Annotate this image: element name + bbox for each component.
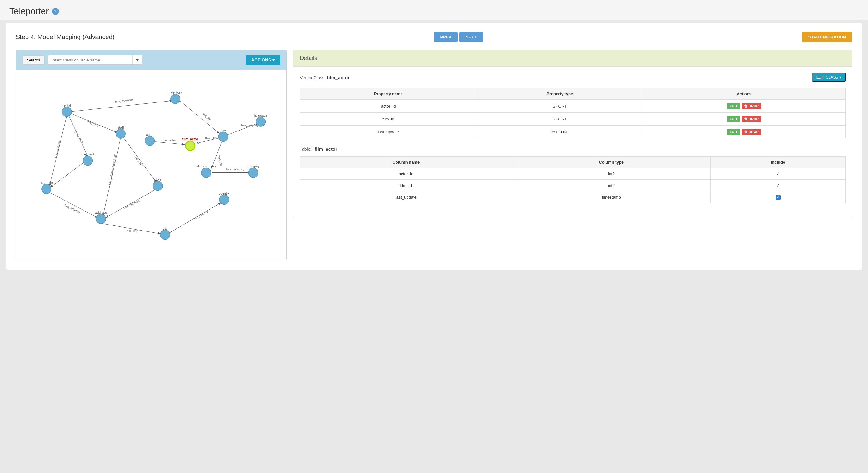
node-address[interactable] [96,214,105,224]
details-header: Details [293,50,852,66]
svg-text:film: film [221,129,226,132]
properties-table: Property name Property type Actions acto… [300,88,846,139]
property-row: last_update DATETIME EDIT 🗑 DROP [300,125,846,139]
prop-name-header: Property name [300,88,477,100]
actions-button[interactable]: ACTIONS ▾ [246,55,280,65]
svg-text:film_actor: film_actor [183,138,198,141]
search-input[interactable] [48,56,132,64]
node-language[interactable] [256,117,266,126]
details-panel: Details Vertex Class: film_actor EDIT CL… [293,50,852,218]
step-title: Step 4: Model Mapping (Advanced) [16,33,115,41]
svg-text:country: country [219,192,230,195]
node-category[interactable] [248,168,258,177]
search-dropdown-arrow[interactable]: ▼ [132,56,142,64]
search-button[interactable]: Search [22,56,45,65]
svg-text:has_country: has_country [193,210,209,220]
drop-property-button[interactable]: 🗑 DROP [742,116,761,122]
help-icon[interactable]: ? [52,8,59,15]
graph-container: Search ▼ ACTIONS ▾ [16,50,287,260]
property-type: DATETIME [477,125,643,139]
prop-type-header: Property type [477,88,643,100]
svg-text:has_city: has_city [127,229,138,232]
node-rental[interactable] [62,107,71,116]
drop-property-button[interactable]: 🗑 DROP [742,103,761,109]
column-name: film_id [300,180,512,191]
edit-class-button[interactable]: EDIT CLASS ▾ [812,73,846,82]
svg-text:has_staff: has_staff [87,119,99,127]
prev-button[interactable]: PREV [434,32,458,42]
svg-text:has_film: has_film [205,136,216,139]
column-row: actor_id int2 ✓ [300,168,846,180]
node-film-actor[interactable] [185,141,195,150]
svg-text:has_address: has_address [64,204,81,214]
column-include[interactable]: ✓ [711,180,846,191]
edit-property-button[interactable]: EDIT [727,103,740,109]
svg-text:customer: customer [40,181,54,184]
right-panel: Details Vertex Class: film_actor EDIT CL… [293,50,852,260]
node-film-category[interactable] [202,168,211,177]
vertex-class-row: Vertex Class: film_actor EDIT CLASS ▾ [300,73,846,82]
col-name-header: Column name [300,157,512,168]
svg-line-26 [49,192,97,218]
svg-text:has_actor: has_actor [163,139,176,142]
svg-text:has_staff: has_staff [134,155,144,167]
column-include[interactable]: ✓ [711,191,846,203]
edit-property-button[interactable]: EDIT [727,116,740,122]
svg-text:has_film: has_film [217,155,223,167]
property-name: last_update [300,125,477,139]
property-actions: EDIT 🗑 DROP [643,113,845,125]
property-actions: EDIT 🗑 DROP [643,100,845,113]
graph-svg: has_inventory has_staff has_customer fil… [22,76,280,253]
svg-text:category: category [247,165,260,168]
svg-text:rental: rental [63,104,71,107]
svg-text:address: address [95,211,107,214]
column-include[interactable]: ✓ [711,168,846,180]
node-store[interactable] [153,181,163,190]
column-type: int2 [512,180,711,191]
start-migration-button[interactable]: START MIGRATION [802,32,852,42]
property-name: film_id [300,113,477,125]
drop-property-button[interactable]: 🗑 DROP [742,129,761,135]
col-type-header: Column type [512,157,711,168]
column-name: actor_id [300,168,512,180]
node-inventory[interactable] [170,94,180,104]
col-include-header: Include [711,157,846,168]
svg-text:has_release_date_staff: has_release_date_staff [108,154,117,185]
svg-line-17 [155,142,185,145]
columns-table: Column name Column type Include actor_id… [300,156,846,203]
svg-text:language: language [254,114,268,117]
column-row: film_id int2 ✓ [300,180,846,191]
svg-text:has_category: has_category [226,168,244,171]
table-name: film_actor [314,146,337,152]
column-row: last_update timestamp ✓ [300,191,846,203]
column-include-checkbox[interactable]: ✓ [776,195,781,200]
property-type: SHORT [477,100,643,113]
app-title-text: Teleporter [9,6,49,17]
svg-text:film_category: film_category [196,165,216,168]
svg-line-9 [180,100,220,134]
app-header: Teleporter ? [0,0,868,20]
app-title: Teleporter ? [9,6,859,17]
two-panel: Search ▼ ACTIONS ▾ [16,50,852,260]
details-body: Vertex Class: film_actor EDIT CLASS ▾ Pr… [293,66,852,217]
table-label-row: Table: film_actor [300,146,846,152]
vertex-class-label: Vertex Class: [300,75,326,80]
node-actor[interactable] [145,136,154,146]
svg-text:filum_rent: filum_rent [74,131,84,144]
node-customer[interactable] [41,184,51,194]
column-include-check: ✓ [776,171,780,176]
svg-text:has_inventory: has_inventory [115,97,134,104]
edit-property-button[interactable]: EDIT [727,129,740,135]
main-content: Step 4: Model Mapping (Advanced) PREV NE… [6,23,862,270]
node-staff[interactable] [116,129,125,139]
svg-text:staff: staff [118,126,124,129]
node-city[interactable] [160,230,170,239]
svg-text:payment: payment [81,153,94,156]
property-actions: EDIT 🗑 DROP [643,125,845,139]
node-country[interactable] [219,195,229,204]
next-button[interactable]: NEXT [459,32,483,42]
node-payment[interactable] [83,156,92,165]
node-film[interactable] [218,132,228,141]
prop-actions-header: Actions [643,88,845,100]
search-input-wrapper: ▼ [48,55,143,65]
